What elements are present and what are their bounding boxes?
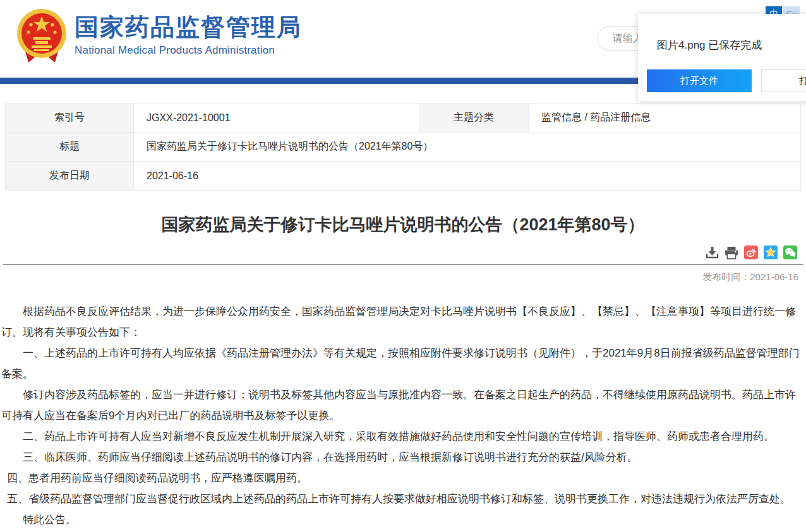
paragraph: 根据药品不良反应评估结果，为进一步保障公众用药安全，国家药品监督管理局决定对卡比… [1, 301, 805, 343]
table-row: 标题 国家药监局关于修订卡比马唑片说明书的公告（2021年第80号） [6, 133, 801, 162]
page-title: 国家药监局关于修订卡比马唑片说明书的公告（2021年第80号） [13, 213, 793, 236]
topic-category-value: 监管信息 / 药品注册信息 [529, 103, 801, 133]
paragraph: 四、患者用药前应当仔细阅读药品说明书，应严格遵医嘱用药。 [1, 468, 805, 488]
paragraph: 特此公告。 [1, 509, 805, 530]
paragraph: 修订内容涉及药品标签的，应当一并进行修订；说明书及标签其他内容应当与原批准内容一… [1, 384, 805, 426]
download-icon[interactable] [706, 246, 719, 259]
title-label: 标题 [6, 133, 134, 162]
site-title-block: 国家药品监督管理局 National Medical Products Admi… [75, 14, 302, 57]
table-row: 发布日期 2021-06-16 [6, 162, 801, 191]
index-number-value: JGXX-2021-10001 [134, 103, 419, 133]
index-number-label: 索引号 [6, 103, 134, 133]
publish-time-value: 2021-06-16 [750, 271, 798, 282]
paragraph: 五、省级药品监督管理部门应当督促行政区域内上述药品的药品上市许可持有人按要求做好… [1, 488, 805, 509]
national-emblem-logo [16, 6, 68, 66]
topic-category-label: 主题分类 [419, 103, 529, 133]
paragraph: 三、临床医师、药师应当仔细阅读上述药品说明书的修订内容，在选择用药时，应当根据新… [1, 447, 805, 468]
divider [3, 264, 803, 265]
wechat-icon[interactable] [783, 245, 797, 259]
title-value: 国家药监局关于修订卡比马唑片说明书的公告（2021年第80号） [134, 133, 801, 162]
publish-date-value: 2021-06-16 [134, 162, 801, 191]
open-file-button[interactable]: 打开文件 [647, 69, 752, 92]
open-folder-button[interactable]: 打开 [761, 69, 806, 92]
document-info-table: 索引号 JGXX-2021-10001 主题分类 监管信息 / 药品注册信息 标… [5, 103, 801, 191]
popup-buttons: 打开文件 打开 [647, 69, 806, 92]
download-complete-message: 图片4.png 已保存完成 [657, 38, 806, 52]
publish-time-label: 发布时间： [702, 271, 750, 282]
article-body: 根据药品不良反应评估结果，为进一步保障公众用药安全，国家药品监督管理局决定对卡比… [1, 301, 805, 530]
print-icon[interactable] [725, 246, 738, 259]
download-notification-popup: 图片4.png 已保存完成 打开文件 打开 [638, 14, 806, 101]
publish-date-label: 发布日期 [6, 162, 134, 191]
page: 国家药品监督管理局 National Medical Products Admi… [0, 0, 806, 532]
qzone-icon[interactable] [764, 245, 778, 259]
paragraph: 二、药品上市许可持有人应当对新增不良反应发生机制开展深入研究，采取有效措施做好药… [1, 426, 805, 447]
share-toolbar [0, 245, 797, 260]
table-row: 索引号 JGXX-2021-10001 主题分类 监管信息 / 药品注册信息 [6, 103, 801, 133]
paragraph: 一、上述药品的上市许可持有人均应依据《药品注册管理办法》等有关规定，按照相应附件… [1, 343, 805, 384]
site-title-zh: 国家药品监督管理局 [75, 14, 302, 40]
publish-time: 发布时间：2021-06-16 [0, 271, 798, 283]
weibo-icon[interactable] [744, 245, 758, 259]
site-title-en: National Medical Products Administration [75, 44, 302, 57]
